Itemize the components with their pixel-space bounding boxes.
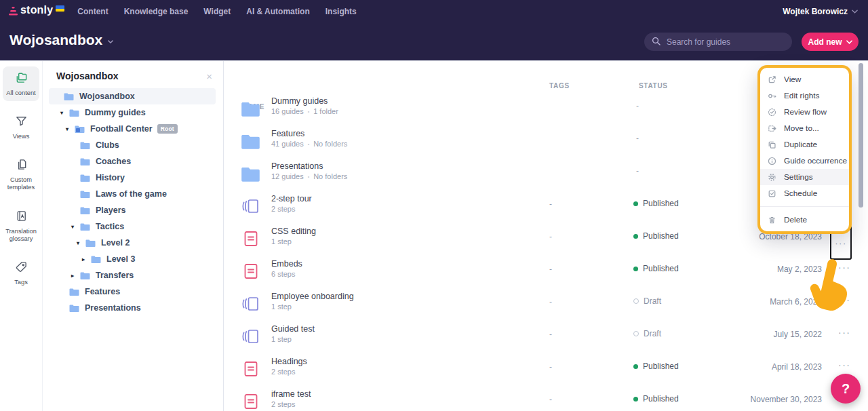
column-header-tags[interactable]: TAGS (549, 82, 570, 90)
tree-item-level-2[interactable]: ▾Level 2 (43, 235, 223, 251)
row-status: Published (633, 264, 679, 273)
help-button[interactable]: ? (831, 374, 861, 404)
tree-item-transfers[interactable]: ▸Transfers (43, 267, 223, 283)
tree-expand-arrow[interactable]: ▸ (71, 273, 80, 279)
folder-icon (69, 304, 79, 312)
table-row[interactable]: Embeds6 steps-PublishedMay 2, 2023··· (224, 255, 868, 288)
row-actions-button[interactable]: ··· (834, 262, 852, 273)
status-dot-icon (633, 267, 638, 271)
tree-item-presentations[interactable]: Presentations (43, 300, 223, 316)
row-tags: - (549, 330, 552, 339)
menu-item-edit-rights[interactable]: Edit rights (760, 87, 849, 104)
tree-item-football-center[interactable]: ▾Football CenterRoot (43, 121, 223, 137)
row-meta-part: 12 guides (271, 172, 304, 180)
page-header: Wojosandbox Add new (0, 23, 868, 61)
search-input[interactable] (665, 37, 785, 47)
guide-single-icon (241, 261, 261, 281)
tree-item-history[interactable]: History (43, 170, 223, 186)
menu-item-label: Delete (784, 215, 807, 224)
vertical-scrollbar[interactable] (859, 63, 863, 208)
sidebar-item-tags[interactable]: Tags (3, 256, 39, 290)
brand-name: stonly (20, 4, 53, 16)
review-flow-icon (768, 108, 776, 117)
add-new-button[interactable]: Add new (802, 33, 859, 51)
row-tags: - (549, 395, 552, 404)
tree-item-label: Features (85, 287, 120, 296)
folder-icon (80, 174, 90, 182)
tree-item-label: Level 3 (106, 254, 135, 264)
tree-item-laws-of-the-game[interactable]: Laws of the game (43, 186, 223, 202)
tree-expand-arrow[interactable]: ▸ (82, 256, 91, 262)
menu-item-guide-occurrence[interactable]: Guide occurrence (760, 153, 849, 169)
row-meta-part: 41 guides (271, 140, 304, 148)
row-meta: 16 guides•1 folder (271, 107, 338, 115)
move-to-icon (768, 124, 776, 133)
guide-single-icon (241, 359, 261, 379)
sidebar-item-all-content[interactable]: All content (3, 66, 39, 101)
row-actions-button[interactable]: ··· (834, 294, 852, 305)
tree-expand-arrow[interactable]: ▾ (60, 110, 69, 116)
table-row[interactable]: Guided test1 step-DraftJuly 15, 2022··· (224, 320, 868, 353)
tree-item-clubs[interactable]: Clubs (43, 137, 223, 153)
row-meta: 1 step (271, 302, 292, 311)
row-meta-part: 1 step (271, 302, 292, 311)
tree-item-label: Coaches (96, 157, 131, 166)
menu-item-duplicate[interactable]: Duplicate (760, 136, 849, 153)
row-title: Embeds (271, 259, 302, 269)
root-badge: Root (157, 124, 178, 134)
menu-item-label: View (784, 75, 801, 84)
chevron-down-icon (108, 37, 113, 43)
workspace-switcher[interactable]: Wojosandbox (9, 32, 113, 48)
menu-item-review-flow[interactable]: Review flow (760, 104, 849, 120)
row-actions-button[interactable]: ··· (834, 327, 852, 338)
tree-item-label: Presentations (85, 303, 141, 313)
tree-item-tactics[interactable]: ▾Tactics (43, 218, 223, 235)
menu-item-label: Settings (784, 172, 813, 182)
menu-item-schedule[interactable]: Schedule (760, 185, 849, 201)
ukraine-flag-icon (56, 5, 64, 12)
menu-item-delete[interactable]: Delete (760, 212, 849, 228)
folder-icon (241, 98, 261, 119)
stonly-logo[interactable]: stonly (9, 4, 64, 19)
row-date: April 18, 2023 (772, 362, 822, 372)
tree-item-players[interactable]: Players (43, 202, 223, 218)
nav-item-content[interactable]: Content (77, 7, 108, 16)
tree-item-label: Clubs (96, 140, 119, 150)
column-header-status[interactable]: STATUS (639, 82, 668, 90)
chevron-down-icon (852, 9, 858, 14)
table-row[interactable]: iframe test2 steps-PublishedNovember 30,… (224, 385, 868, 411)
tree-item-label: Laws of the game (96, 189, 167, 199)
user-menu[interactable]: Wojtek Borowicz (783, 7, 858, 16)
close-icon[interactable]: × (206, 71, 212, 81)
menu-item-view[interactable]: View (760, 71, 849, 87)
tree-expand-arrow[interactable]: ▾ (77, 240, 85, 246)
row-meta-part: No folders (313, 140, 347, 148)
sidebar-item-views[interactable]: Views (3, 110, 39, 144)
tree-item-features[interactable]: Features (43, 283, 223, 300)
tree-item-coaches[interactable]: Coaches (43, 153, 223, 170)
nav-item-insights[interactable]: Insights (326, 7, 357, 16)
nav-item-knowledge-base[interactable]: Knowledge base (124, 7, 189, 16)
tree-expand-arrow[interactable]: ▾ (66, 126, 75, 132)
sidebar-item-label: Views (4, 133, 38, 140)
row-actions-button[interactable]: ··· (834, 359, 852, 370)
menu-item-settings[interactable]: Settings (760, 169, 849, 185)
table-row[interactable]: Employee onboarding1 step-DraftMarch 6, … (224, 288, 868, 320)
tree-item-level-3[interactable]: ▸Level 3 (43, 251, 223, 267)
tree-item-wojosandbox[interactable]: Wojosandbox (43, 88, 223, 104)
menu-item-move-to-[interactable]: Move to... (760, 120, 849, 136)
row-meta-part: 6 steps (271, 270, 295, 278)
tree-expand-arrow[interactable]: ▾ (71, 224, 80, 230)
row-meta: 2 steps (271, 400, 295, 408)
sidebar-item-custom-templates[interactable]: Custom templates (3, 153, 39, 195)
nav-item-ai-automation[interactable]: AI & Automation (246, 7, 310, 16)
table-row[interactable]: Headings2 steps-PublishedApril 18, 2023·… (224, 353, 868, 385)
tree-item-dummy-guides[interactable]: ▾Dummy guides (43, 104, 223, 121)
folder-icon (241, 163, 261, 184)
guide-multi-icon (241, 294, 261, 314)
folder-icon (80, 271, 90, 279)
row-tags: - (549, 232, 552, 241)
sidebar-item-translation-glossary[interactable]: Translation glossary (3, 205, 39, 247)
nav-item-widget[interactable]: Widget (203, 7, 231, 16)
user-name: Wojtek Borowicz (783, 7, 848, 16)
